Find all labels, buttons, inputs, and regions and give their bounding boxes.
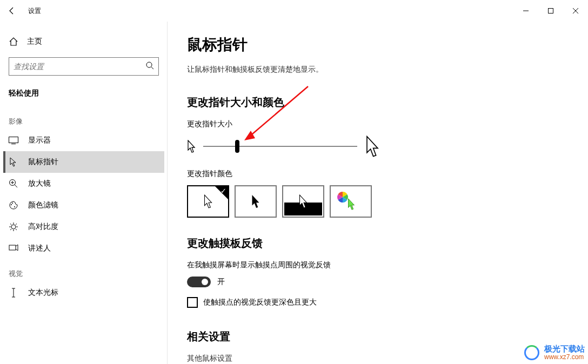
sidebar-group-visual: 视觉 [3,265,164,282]
search-icon [145,61,154,72]
small-cursor-icon [187,140,196,153]
titlebar-left: 设置 [0,0,41,22]
minimize-button[interactable] [513,0,538,22]
home-icon [9,37,18,46]
watermark-cn: 极光下载站 [544,344,585,353]
pointer-size-slider-row [187,136,566,157]
sidebar: 主页 轻松使用 影像 显示器 鼠标指针 放大镜 颜色滤镜 [0,22,168,364]
pointer-color-white[interactable]: ✓ [187,185,229,218]
mouse-pointer-icon [9,157,18,167]
palette-icon [9,200,18,210]
pointer-color-black[interactable] [235,185,277,218]
checkbox-label: 使触摸点的视觉反馈更深色且更大 [203,298,317,307]
sidebar-item-label: 高对比度 [28,222,58,232]
sidebar-item-label: 放大镜 [28,179,51,188]
slider-thumb[interactable] [235,140,239,153]
svg-line-18 [10,224,11,225]
toggle-label: 开 [217,277,225,287]
custom-cursor-icon [347,198,356,210]
sidebar-category: 轻松使用 [3,85,164,107]
section-touch-head: 更改触摸板反馈 [187,236,566,251]
window-title: 设置 [28,6,41,16]
pointer-size-label: 更改指针大小 [187,119,566,129]
sidebar-divider [167,22,168,364]
svg-line-19 [16,229,17,230]
sidebar-item-label: 显示器 [28,136,51,145]
sidebar-item-text-cursor[interactable]: 文本光标 [3,282,164,304]
window-controls [513,0,588,22]
contrast-icon [9,222,18,232]
maximize-button[interactable] [538,0,563,22]
toggle-knob [202,279,208,285]
touch-feedback-toggle-row: 开 [187,277,566,287]
sidebar-item-label: 文本光标 [28,288,58,298]
svg-rect-4 [9,137,18,143]
titlebar: 设置 [0,0,588,22]
svg-rect-1 [549,9,553,14]
sidebar-item-color-filter[interactable]: 颜色滤镜 [3,194,164,216]
display-icon [9,136,18,145]
checkbox[interactable] [187,297,198,308]
sidebar-item-display[interactable]: 显示器 [3,130,164,151]
pointer-color-inverted[interactable] [282,185,324,218]
pointer-color-options: ✓ [187,185,566,218]
section-size-color-head: 更改指针大小和颜色 [187,95,566,110]
sidebar-item-label: 讲述人 [28,244,51,253]
section-related-head: 相关设置 [187,329,566,344]
svg-point-12 [14,206,15,207]
svg-point-13 [11,225,16,229]
sidebar-item-mouse-pointer[interactable]: 鼠标指针 [3,151,164,173]
search-input[interactable] [14,62,145,71]
watermark-logo [523,343,541,362]
svg-point-10 [11,204,12,205]
page-subtitle: 让鼠标指针和触摸板反馈更清楚地显示。 [187,65,566,75]
sidebar-home[interactable]: 主页 [3,32,164,51]
touch-feedback-desc: 在我触摸屏幕时显示触摸点周围的视觉反馈 [187,260,566,270]
pointer-size-slider[interactable] [203,140,357,153]
slider-track [203,146,357,147]
sidebar-item-magnifier[interactable]: 放大镜 [3,173,164,194]
sidebar-item-label: 鼠标指针 [28,157,58,167]
svg-line-21 [16,224,17,225]
sidebar-item-high-contrast[interactable]: 高对比度 [3,216,164,238]
pointer-color-label: 更改指针颜色 [187,169,566,179]
close-icon [573,8,578,14]
minimize-icon [523,8,529,14]
svg-rect-22 [9,245,16,250]
large-cursor-icon [365,136,380,157]
back-button[interactable] [0,0,24,22]
watermark: 极光下载站 www.xz7.com [523,343,585,362]
other-mouse-settings-link[interactable]: 其他鼠标设置 [187,354,566,363]
watermark-text: 极光下载站 www.xz7.com [544,344,585,361]
content: 鼠标指针 让鼠标指针和触摸板反馈更清楚地显示。 更改指针大小和颜色 更改指针大小… [168,22,588,364]
svg-point-2 [146,62,152,68]
narrator-icon [9,244,18,253]
sidebar-group-vision: 影像 [3,112,164,130]
dark-large-feedback-row[interactable]: 使触摸点的视觉反馈更深色且更大 [187,297,566,308]
search-box[interactable] [9,57,159,76]
touch-feedback-toggle[interactable] [187,277,211,287]
svg-line-9 [15,185,17,187]
svg-point-11 [12,203,13,204]
svg-line-20 [10,229,11,230]
sidebar-item-label: 颜色滤镜 [28,200,58,210]
magnifier-icon [9,179,18,188]
sidebar-item-narrator[interactable]: 讲述人 [3,238,164,259]
text-cursor-icon [9,288,18,298]
page-title: 鼠标指针 [187,35,566,55]
close-button[interactable] [563,0,588,22]
check-icon: ✓ [220,187,226,195]
pointer-color-custom[interactable] [330,185,372,218]
sidebar-home-label: 主页 [27,37,42,46]
watermark-url: www.xz7.com [544,354,585,361]
maximize-icon [548,8,553,14]
arrow-left-icon [8,6,16,15]
svg-line-3 [151,67,153,69]
